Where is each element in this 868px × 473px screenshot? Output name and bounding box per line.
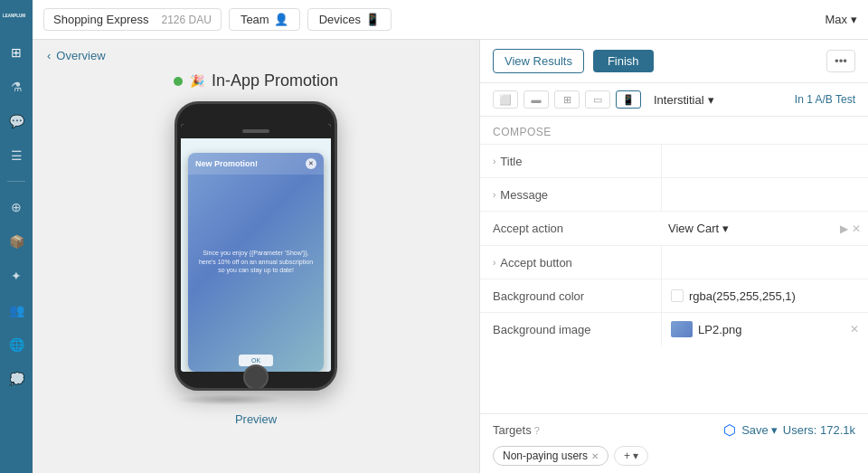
device-icon-grid[interactable]: ⊞ [554,90,580,109]
message-chevron-icon[interactable]: › [493,190,495,200]
team-button[interactable]: Team 👤 [229,8,300,31]
device-icon-phone[interactable]: 📱 [616,90,641,109]
device-icon-wide[interactable]: ▭ [585,90,610,109]
dau-count: 2126 DAU [162,14,212,26]
background-image-row: Background image LP2.png ✕ [480,312,868,345]
accept-play-icon[interactable]: ▶ [840,222,848,235]
title-row: › Title [480,144,868,177]
targets-section: Targets ? ⬡ Save ▾ Users: 172.1k Non-pay… [480,413,868,473]
accept-button-chevron-icon[interactable]: › [493,258,495,268]
app-name: Shopping Express [53,13,149,26]
phone-home-button [243,364,269,390]
accept-button-value[interactable] [661,246,868,279]
right-panel: View Results Finish ••• ⬜ ▬ ⊞ ▭ 📱 Inters… [479,40,868,473]
main-area: Shopping Express 2126 DAU Team 👤 Devices… [33,0,868,473]
campaign-title-row: 🎉 In-App Promotion [174,71,338,90]
background-color-row: Background color rgba(255,255,255,1) [480,279,868,312]
campaign-emoji: 🎉 [190,74,204,88]
sidebar-icon-chat[interactable]: 💭 [7,370,25,388]
phone-modal: New Promotion! ✕ Since you enjoy {{Param… [188,153,324,372]
tag-close-icon[interactable]: ✕ [591,451,599,461]
tag-label: Non-paying users [503,449,588,462]
sidebar-icon-list[interactable]: ☰ [7,147,25,165]
breadcrumb[interactable]: ‹ Overview [33,40,479,71]
accept-action-text: View Cart [668,222,719,235]
preview-panel: ‹ Overview 🎉 In-App Promotion [33,40,479,473]
accept-button-row: › Accept button [480,245,868,279]
sidebar-icon-home[interactable]: ⊞ [7,43,25,61]
targets-text: Targets [493,423,532,437]
message-row-label: › Message [480,181,661,209]
bg-image-remove-icon[interactable]: ✕ [850,323,859,336]
accept-button-text: Accept button [500,256,572,270]
targets-label: Targets ? [493,423,540,437]
title-row-label: › Title [480,147,661,175]
user-name: Max [825,13,847,26]
sidebar-icon-message[interactable]: 💬 [7,112,25,130]
team-icon: 👤 [274,13,288,26]
add-target-icon: + [624,449,630,462]
sidebar: LEANPLUM ⊞ ⚗ 💬 ☰ ⊕ 📦 ✦ 👥 🌐 💭 [0,0,33,473]
targets-save-button[interactable]: Save ▾ [741,423,778,437]
non-paying-tag[interactable]: Non-paying users ✕ [493,446,609,466]
user-menu[interactable]: Max ▾ [825,13,857,26]
targets-tag-row: Non-paying users ✕ + ▾ [493,446,855,466]
app-selector[interactable]: Shopping Express 2126 DAU [43,8,222,31]
finish-button[interactable]: Finish [593,50,654,72]
title-label: Title [500,155,522,168]
interstitial-label: Interstitial [654,93,704,107]
sidebar-icon-globe[interactable]: 🌐 [7,336,25,354]
targets-info-icon: ? [534,425,540,436]
device-icon-small[interactable]: ⬜ [493,90,518,109]
more-icon: ••• [835,54,847,68]
sidebar-icon-flask[interactable]: ⚗ [7,78,25,96]
phone-speaker [242,129,269,133]
compose-label: Compose [480,117,868,144]
content-area: ‹ Overview 🎉 In-App Promotion [33,40,868,473]
interstitial-selector[interactable]: Interstitial ▾ [654,93,714,107]
bg-color-swatch [671,289,684,302]
sidebar-icon-box[interactable]: 📦 [7,232,25,251]
accept-action-dropdown[interactable]: View Cart ▾ [668,222,729,235]
campaign-title: In-App Promotion [212,71,338,90]
title-chevron-icon[interactable]: › [493,156,495,166]
phone-modal-header: New Promotion! ✕ [188,153,324,175]
title-value[interactable] [661,145,868,177]
view-results-button[interactable]: View Results [493,49,584,73]
team-label: Team [241,13,269,26]
accept-button-label: › Accept button [480,249,661,277]
sidebar-icon-users[interactable]: 👥 [7,301,25,319]
accept-remove-icon[interactable]: ✕ [852,222,861,235]
add-target-button[interactable]: + ▾ [614,446,648,466]
phone-modal-text: Since you enjoy {{Parameter 'Show'}}, he… [195,249,316,275]
bg-image-value[interactable]: LP2.png ✕ [661,313,868,345]
bg-image-text: LP2.png [698,323,741,336]
message-value[interactable] [661,178,868,211]
compose-section: Compose › Title › Message [480,117,868,413]
sidebar-icon-puzzle[interactable]: ⊕ [7,198,25,216]
device-selector-row: ⬜ ▬ ⊞ ▭ 📱 Interstitial ▾ In 1 A/B Test [480,83,868,117]
bg-color-value[interactable]: rgba(255,255,255,1) [661,279,868,312]
breadcrumb-label: Overview [56,49,105,62]
ab-test-badge: In 1 A/B Test [795,93,855,106]
preview-link[interactable]: Preview [235,412,277,426]
more-options-button[interactable]: ••• [826,50,855,72]
phone-modal-close: ✕ [306,158,316,169]
device-icon-tablet[interactable]: ▬ [524,90,549,109]
leanplum-logo: LEANPLUM [3,9,30,24]
message-row: › Message [480,177,868,211]
save-chevron-icon: ▾ [771,423,778,437]
targets-row: Targets ? ⬡ Save ▾ Users: 172.1k [493,421,855,439]
targets-save-text: Save [741,423,769,437]
phone-modal-title: New Promotion! [195,159,258,168]
bg-image-label: Background image [480,316,661,344]
accept-action-row: Accept action View Cart ▾ ▶ ✕ [480,211,868,245]
phone-outer: New Promotion! ✕ Since you enjoy {{Param… [175,101,337,391]
phone-modal-body: Since you enjoy {{Parameter 'Show'}}, he… [188,175,324,349]
sidebar-icon-star[interactable]: ✦ [7,267,25,285]
devices-button[interactable]: Devices 📱 [307,8,392,31]
phone-shadow [175,394,283,405]
svg-text:LEANPLUM: LEANPLUM [3,14,25,18]
add-target-chevron: ▾ [633,449,638,462]
live-indicator [174,77,183,86]
